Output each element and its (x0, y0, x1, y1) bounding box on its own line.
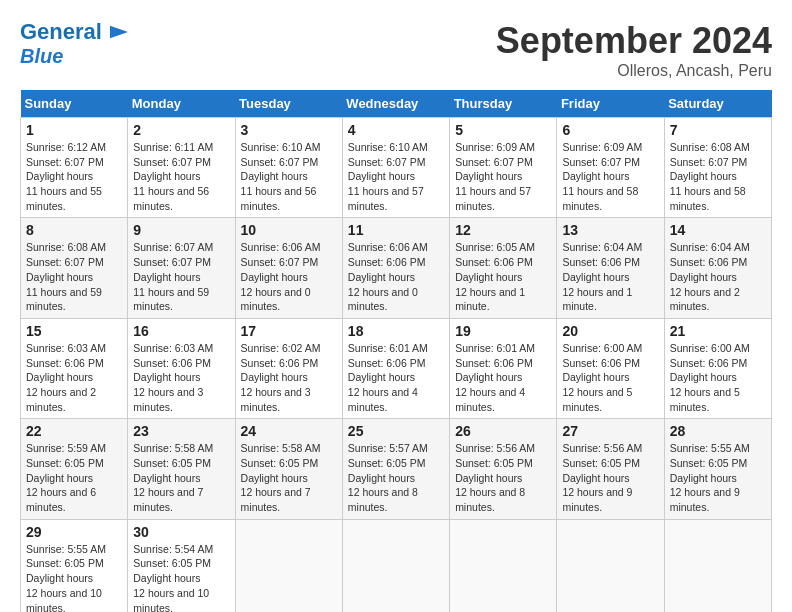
title-area: September 2024 Olleros, Ancash, Peru (496, 20, 772, 80)
day-number: 26 (455, 423, 551, 439)
day-info: Sunrise: 6:10 AMSunset: 6:07 PMDaylight … (241, 141, 321, 212)
day-info: Sunrise: 5:56 AMSunset: 6:05 PMDaylight … (455, 442, 535, 513)
calendar-day-cell: 17 Sunrise: 6:02 AMSunset: 6:06 PMDaylig… (235, 318, 342, 418)
calendar-week-row: 22 Sunrise: 5:59 AMSunset: 6:05 PMDaylig… (21, 419, 772, 519)
day-info: Sunrise: 6:09 AMSunset: 6:07 PMDaylight … (562, 141, 642, 212)
header-wednesday: Wednesday (342, 90, 449, 118)
day-info: Sunrise: 6:09 AMSunset: 6:07 PMDaylight … (455, 141, 535, 212)
day-info: Sunrise: 6:00 AMSunset: 6:06 PMDaylight … (670, 342, 750, 413)
day-info: Sunrise: 5:56 AMSunset: 6:05 PMDaylight … (562, 442, 642, 513)
header-tuesday: Tuesday (235, 90, 342, 118)
day-number: 11 (348, 222, 444, 238)
calendar-day-cell: 30 Sunrise: 5:54 AMSunset: 6:05 PMDaylig… (128, 519, 235, 612)
calendar-day-cell: 3 Sunrise: 6:10 AMSunset: 6:07 PMDayligh… (235, 118, 342, 218)
day-info: Sunrise: 6:10 AMSunset: 6:07 PMDaylight … (348, 141, 428, 212)
calendar-day-cell: 9 Sunrise: 6:07 AMSunset: 6:07 PMDayligh… (128, 218, 235, 318)
calendar-day-cell: 13 Sunrise: 6:04 AMSunset: 6:06 PMDaylig… (557, 218, 664, 318)
calendar-day-cell: 14 Sunrise: 6:04 AMSunset: 6:06 PMDaylig… (664, 218, 771, 318)
calendar-week-row: 1 Sunrise: 6:12 AMSunset: 6:07 PMDayligh… (21, 118, 772, 218)
svg-marker-0 (110, 26, 128, 39)
day-info: Sunrise: 5:57 AMSunset: 6:05 PMDaylight … (348, 442, 428, 513)
day-info: Sunrise: 6:08 AMSunset: 6:07 PMDaylight … (26, 241, 106, 312)
calendar-day-cell: 6 Sunrise: 6:09 AMSunset: 6:07 PMDayligh… (557, 118, 664, 218)
calendar-day-cell: 4 Sunrise: 6:10 AMSunset: 6:07 PMDayligh… (342, 118, 449, 218)
day-info: Sunrise: 6:01 AMSunset: 6:06 PMDaylight … (348, 342, 428, 413)
day-number: 19 (455, 323, 551, 339)
calendar-header-row: Sunday Monday Tuesday Wednesday Thursday… (21, 90, 772, 118)
calendar-table: Sunday Monday Tuesday Wednesday Thursday… (20, 90, 772, 612)
day-number: 15 (26, 323, 122, 339)
day-number: 27 (562, 423, 658, 439)
day-info: Sunrise: 5:55 AMSunset: 6:05 PMDaylight … (26, 543, 106, 612)
calendar-day-cell: 12 Sunrise: 6:05 AMSunset: 6:06 PMDaylig… (450, 218, 557, 318)
calendar-day-cell: 29 Sunrise: 5:55 AMSunset: 6:05 PMDaylig… (21, 519, 128, 612)
day-info: Sunrise: 5:55 AMSunset: 6:05 PMDaylight … (670, 442, 750, 513)
day-number: 20 (562, 323, 658, 339)
calendar-day-cell: 25 Sunrise: 5:57 AMSunset: 6:05 PMDaylig… (342, 419, 449, 519)
calendar-day-cell: 24 Sunrise: 5:58 AMSunset: 6:05 PMDaylig… (235, 419, 342, 519)
day-info: Sunrise: 6:03 AMSunset: 6:06 PMDaylight … (26, 342, 106, 413)
calendar-day-cell (235, 519, 342, 612)
day-info: Sunrise: 6:06 AMSunset: 6:06 PMDaylight … (348, 241, 428, 312)
day-number: 5 (455, 122, 551, 138)
day-number: 16 (133, 323, 229, 339)
calendar-day-cell (342, 519, 449, 612)
day-info: Sunrise: 5:54 AMSunset: 6:05 PMDaylight … (133, 543, 213, 612)
calendar-day-cell (450, 519, 557, 612)
header-saturday: Saturday (664, 90, 771, 118)
calendar-day-cell: 23 Sunrise: 5:58 AMSunset: 6:05 PMDaylig… (128, 419, 235, 519)
day-number: 4 (348, 122, 444, 138)
logo-blue-text: Blue (20, 44, 63, 68)
day-number: 22 (26, 423, 122, 439)
day-info: Sunrise: 6:05 AMSunset: 6:06 PMDaylight … (455, 241, 535, 312)
day-info: Sunrise: 6:02 AMSunset: 6:06 PMDaylight … (241, 342, 321, 413)
day-number: 21 (670, 323, 766, 339)
day-number: 13 (562, 222, 658, 238)
calendar-day-cell: 10 Sunrise: 6:06 AMSunset: 6:07 PMDaylig… (235, 218, 342, 318)
day-number: 24 (241, 423, 337, 439)
day-info: Sunrise: 6:01 AMSunset: 6:06 PMDaylight … (455, 342, 535, 413)
calendar-day-cell: 21 Sunrise: 6:00 AMSunset: 6:06 PMDaylig… (664, 318, 771, 418)
day-number: 12 (455, 222, 551, 238)
calendar-day-cell: 27 Sunrise: 5:56 AMSunset: 6:05 PMDaylig… (557, 419, 664, 519)
day-number: 29 (26, 524, 122, 540)
calendar-day-cell: 8 Sunrise: 6:08 AMSunset: 6:07 PMDayligh… (21, 218, 128, 318)
day-number: 28 (670, 423, 766, 439)
day-info: Sunrise: 6:11 AMSunset: 6:07 PMDaylight … (133, 141, 213, 212)
calendar-day-cell: 20 Sunrise: 6:00 AMSunset: 6:06 PMDaylig… (557, 318, 664, 418)
logo-arrow-icon (110, 25, 128, 39)
day-info: Sunrise: 5:59 AMSunset: 6:05 PMDaylight … (26, 442, 106, 513)
calendar-day-cell: 11 Sunrise: 6:06 AMSunset: 6:06 PMDaylig… (342, 218, 449, 318)
day-info: Sunrise: 6:04 AMSunset: 6:06 PMDaylight … (562, 241, 642, 312)
calendar-day-cell (664, 519, 771, 612)
location-title: Olleros, Ancash, Peru (496, 62, 772, 80)
day-number: 30 (133, 524, 229, 540)
calendar-day-cell: 2 Sunrise: 6:11 AMSunset: 6:07 PMDayligh… (128, 118, 235, 218)
day-info: Sunrise: 6:04 AMSunset: 6:06 PMDaylight … (670, 241, 750, 312)
day-info: Sunrise: 5:58 AMSunset: 6:05 PMDaylight … (241, 442, 321, 513)
day-info: Sunrise: 6:12 AMSunset: 6:07 PMDaylight … (26, 141, 106, 212)
day-number: 25 (348, 423, 444, 439)
day-number: 1 (26, 122, 122, 138)
calendar-day-cell: 1 Sunrise: 6:12 AMSunset: 6:07 PMDayligh… (21, 118, 128, 218)
calendar-day-cell: 16 Sunrise: 6:03 AMSunset: 6:06 PMDaylig… (128, 318, 235, 418)
day-number: 7 (670, 122, 766, 138)
calendar-week-row: 15 Sunrise: 6:03 AMSunset: 6:06 PMDaylig… (21, 318, 772, 418)
month-title: September 2024 (496, 20, 772, 62)
calendar-day-cell: 28 Sunrise: 5:55 AMSunset: 6:05 PMDaylig… (664, 419, 771, 519)
day-number: 9 (133, 222, 229, 238)
day-number: 8 (26, 222, 122, 238)
day-info: Sunrise: 5:58 AMSunset: 6:05 PMDaylight … (133, 442, 213, 513)
calendar-day-cell (557, 519, 664, 612)
calendar-day-cell: 18 Sunrise: 6:01 AMSunset: 6:06 PMDaylig… (342, 318, 449, 418)
day-number: 14 (670, 222, 766, 238)
calendar-week-row: 8 Sunrise: 6:08 AMSunset: 6:07 PMDayligh… (21, 218, 772, 318)
calendar-day-cell: 26 Sunrise: 5:56 AMSunset: 6:05 PMDaylig… (450, 419, 557, 519)
day-info: Sunrise: 6:07 AMSunset: 6:07 PMDaylight … (133, 241, 213, 312)
day-number: 23 (133, 423, 229, 439)
day-number: 3 (241, 122, 337, 138)
header-thursday: Thursday (450, 90, 557, 118)
day-number: 6 (562, 122, 658, 138)
day-number: 17 (241, 323, 337, 339)
calendar-day-cell: 22 Sunrise: 5:59 AMSunset: 6:05 PMDaylig… (21, 419, 128, 519)
